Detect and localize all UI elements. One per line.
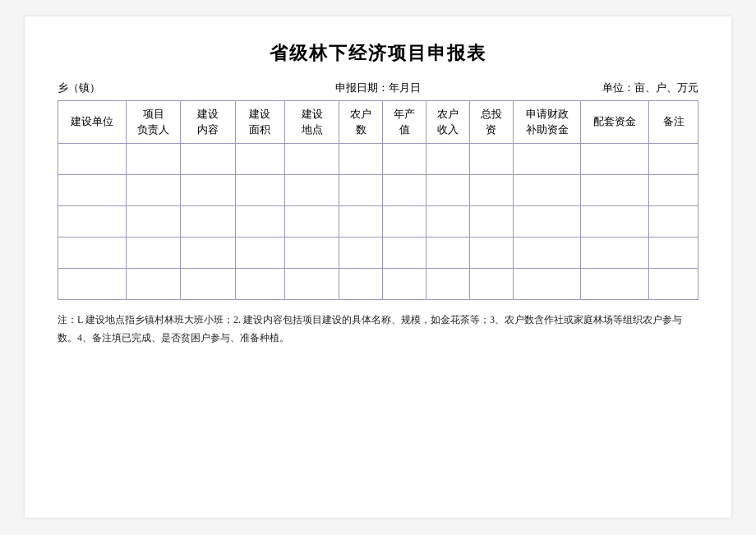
page-title: 省级林下经济项目申报表 — [58, 41, 698, 66]
col-header-11: 备注 — [649, 101, 698, 144]
table-cell — [649, 238, 698, 269]
col-header-8: 总投 资 — [469, 101, 513, 144]
table-cell — [284, 269, 339, 300]
col-header-3: 建设 面积 — [235, 101, 284, 144]
table-cell — [181, 269, 236, 300]
table-cell — [284, 144, 339, 175]
page-container: 省级林下经济项目申报表 乡（镇） 申报日期：年月日 单位：亩、户、万元 建设单位… — [25, 16, 731, 518]
table-cell — [513, 238, 581, 269]
col-header-4: 建设 地点 — [284, 101, 339, 144]
table-cell — [383, 269, 426, 300]
table-row — [58, 238, 698, 269]
table-row — [58, 206, 698, 238]
table-row — [58, 269, 698, 300]
table-cell — [235, 206, 284, 238]
table-cell — [513, 206, 581, 238]
table-cell — [426, 175, 470, 206]
table-cell — [58, 269, 127, 300]
table-cell — [284, 206, 339, 238]
table-cell — [181, 144, 236, 175]
table-cell — [383, 175, 426, 206]
table-cell — [581, 269, 649, 300]
table-header-row: 建设单位 项目 负责人 建设 内容 建设 面积 建设 地点 — [58, 101, 698, 144]
table-cell — [284, 238, 339, 269]
table-row — [58, 175, 698, 206]
meta-date: 申报日期：年月日 — [271, 81, 485, 95]
table-cell — [581, 144, 649, 175]
table-cell — [181, 175, 236, 206]
table-cell — [469, 144, 513, 175]
meta-unit: 单位：亩、户、万元 — [485, 81, 698, 95]
meta-row: 乡（镇） 申报日期：年月日 单位：亩、户、万元 — [58, 81, 698, 95]
table-cell — [649, 144, 698, 175]
table-cell — [181, 206, 236, 238]
table-cell — [339, 206, 383, 238]
table-cell — [649, 175, 698, 206]
table-cell — [339, 238, 383, 269]
col-header-9: 申请财政 补助资金 — [513, 101, 581, 144]
table-cell — [126, 144, 181, 175]
table-cell — [426, 238, 470, 269]
table-cell — [513, 175, 581, 206]
table-body — [58, 144, 698, 300]
table-cell — [235, 175, 284, 206]
col-header-7: 农户 收入 — [426, 101, 470, 144]
table-cell — [58, 175, 127, 206]
table-cell — [339, 175, 383, 206]
table-cell — [126, 269, 181, 300]
table-cell — [649, 206, 698, 238]
col-header-10: 配套资金 — [581, 101, 649, 144]
col-header-1: 项目 负责人 — [126, 101, 181, 144]
col-header-0: 建设单位 — [58, 101, 127, 144]
table-row — [58, 144, 698, 175]
col-header-6: 年产 值 — [383, 101, 426, 144]
table-cell — [469, 206, 513, 238]
table-cell — [235, 238, 284, 269]
table-cell — [581, 206, 649, 238]
table-cell — [426, 269, 470, 300]
table-cell — [58, 206, 127, 238]
table-cell — [58, 238, 127, 269]
table-cell — [339, 269, 383, 300]
table-cell — [126, 206, 181, 238]
table-cell — [383, 144, 426, 175]
table-cell — [581, 238, 649, 269]
table-cell — [649, 269, 698, 300]
table-cell — [426, 144, 470, 175]
table-cell — [235, 269, 284, 300]
table-cell — [181, 238, 236, 269]
table-cell — [126, 238, 181, 269]
table-cell — [426, 206, 470, 238]
col-header-2: 建设 内容 — [181, 101, 236, 144]
table-cell — [581, 175, 649, 206]
meta-county: 乡（镇） — [58, 81, 271, 95]
table-cell — [235, 144, 284, 175]
table-cell — [383, 206, 426, 238]
table-cell — [469, 175, 513, 206]
table-cell — [469, 269, 513, 300]
table-cell — [284, 175, 339, 206]
col-header-5: 农户 数 — [339, 101, 383, 144]
table-cell — [513, 269, 581, 300]
main-table: 建设单位 项目 负责人 建设 内容 建设 面积 建设 地点 — [58, 100, 698, 300]
note-section: 注：L 建设地点指乡镇村林班大班小班；2. 建设内容包括项目建设的具体名称、规模… — [58, 311, 698, 347]
table-cell — [513, 144, 581, 175]
table-cell — [469, 238, 513, 269]
table-cell — [58, 144, 127, 175]
table-cell — [339, 144, 383, 175]
table-cell — [383, 238, 426, 269]
table-cell — [126, 175, 181, 206]
note-text: 注：L 建设地点指乡镇村林班大班小班；2. 建设内容包括项目建设的具体名称、规模… — [58, 314, 682, 344]
